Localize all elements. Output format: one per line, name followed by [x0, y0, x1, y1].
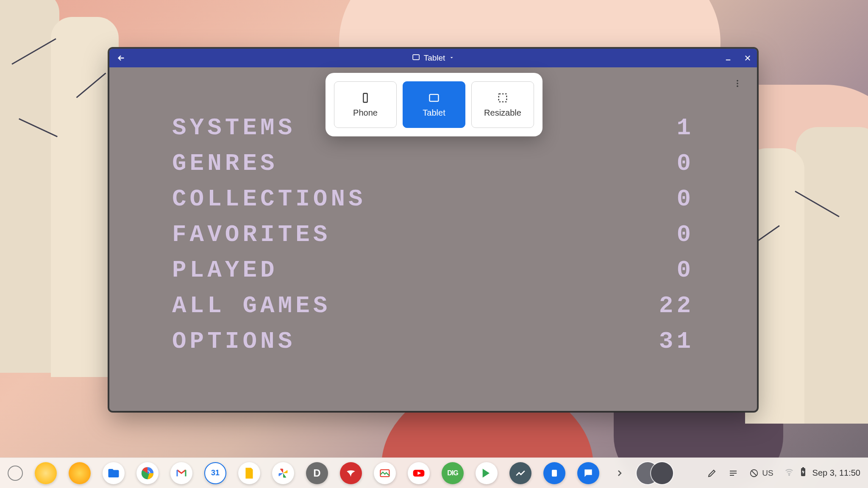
shelf-running-windows	[637, 462, 673, 484]
shelf-app-weather[interactable]	[69, 462, 91, 484]
ime-indicator[interactable]: US	[749, 469, 773, 478]
svg-rect-9	[499, 94, 507, 102]
size-option-label: Resizable	[484, 108, 521, 118]
minimize-button[interactable]	[722, 52, 734, 64]
svg-point-6	[737, 86, 738, 87]
ime-label: US	[762, 469, 773, 478]
svg-rect-8	[430, 94, 439, 101]
svg-rect-23	[802, 467, 804, 469]
menu-item-count: 0	[676, 150, 694, 177]
stylus-tools-icon[interactable]	[707, 468, 717, 478]
menu-item-count: 31	[659, 328, 694, 355]
size-option-label: Phone	[353, 108, 378, 118]
shelf-app-youtube[interactable]	[408, 462, 430, 484]
back-button[interactable]	[114, 51, 128, 65]
svg-line-20	[752, 471, 757, 475]
menu-item-options[interactable]: OPTIONS 31	[172, 328, 694, 355]
svg-rect-0	[413, 55, 419, 60]
menu-item-genres[interactable]: GENRES 0	[172, 150, 694, 177]
system-tray: US Sep 3, 11:50	[707, 467, 860, 479]
overflow-menu-button[interactable]	[729, 75, 746, 92]
dropdown-caret-icon	[448, 53, 454, 63]
tablet-icon	[412, 53, 420, 64]
close-button[interactable]	[742, 52, 754, 64]
shelf-window-thumb[interactable]	[651, 462, 673, 484]
shelf-app-notes[interactable]	[543, 462, 565, 484]
menu-item-label: FAVORITES	[172, 221, 331, 248]
wifi-icon	[785, 467, 794, 479]
menu-item-count: 0	[676, 257, 694, 284]
shelf-app-chrome-canary[interactable]	[35, 462, 57, 484]
window-size-picker: Phone Tablet Resizable	[326, 73, 542, 136]
size-option-label: Tablet	[423, 108, 445, 118]
menu-item-label: PLAYED	[172, 257, 278, 284]
svg-rect-15	[552, 470, 557, 477]
menu-item-count: 0	[676, 186, 694, 213]
window-titlebar: Tablet	[109, 49, 757, 67]
size-option-phone[interactable]: Phone	[334, 81, 397, 128]
shelf-overflow-button[interactable]	[611, 462, 628, 484]
shelf-app-calendar[interactable]: 31	[204, 462, 226, 484]
shelf-app-files[interactable]	[103, 462, 125, 484]
size-option-tablet[interactable]: Tablet	[403, 81, 465, 128]
svg-point-4	[737, 80, 738, 82]
retro-main-menu: SYSTEMS 1 GENRES 0 COLLECTIONS 0 FAVORIT…	[172, 114, 694, 355]
window-size-dropdown[interactable]: Tablet	[412, 53, 455, 64]
menu-item-label: OPTIONS	[172, 328, 295, 355]
menu-item-played[interactable]: PLAYED 0	[172, 257, 694, 284]
menu-item-label: SYSTEMS	[172, 114, 295, 141]
shelf-app-gallery[interactable]	[374, 462, 396, 484]
svg-rect-7	[363, 93, 367, 102]
shelf-app-stocks[interactable]	[509, 462, 531, 484]
shelf-app-photos[interactable]	[272, 462, 294, 484]
menu-item-count: 0	[676, 221, 694, 248]
shelf-app-keep[interactable]	[238, 462, 260, 484]
shelf-app-messages[interactable]	[577, 462, 599, 484]
menu-item-label: GENRES	[172, 150, 278, 177]
shelf-app-d[interactable]: D	[306, 462, 328, 484]
svg-point-21	[788, 474, 789, 475]
shelf-app-chrome[interactable]	[136, 462, 159, 484]
shelf: 31 D DIG	[0, 458, 868, 488]
tote-icon[interactable]	[728, 468, 738, 478]
shelf-app-gmail[interactable]	[170, 462, 192, 484]
shelf-app-stadia[interactable]	[340, 462, 362, 484]
menu-item-count: 1	[676, 114, 694, 141]
battery-icon	[800, 467, 807, 479]
window-title-label: Tablet	[424, 53, 445, 63]
menu-item-label: COLLECTIONS	[172, 186, 366, 213]
shelf-app-dig[interactable]: DIG	[442, 462, 464, 484]
tablet-icon	[428, 92, 440, 104]
svg-point-5	[737, 83, 738, 84]
size-option-resizable[interactable]: Resizable	[471, 81, 534, 128]
menu-item-count: 22	[659, 292, 694, 319]
shelf-app-play[interactable]	[476, 462, 498, 484]
clock-label: Sep 3, 11:50	[812, 468, 860, 478]
shelf-apps: 31 D DIG	[35, 462, 628, 484]
phone-icon	[359, 92, 371, 104]
menu-item-collections[interactable]: COLLECTIONS 0	[172, 186, 694, 213]
menu-item-all-games[interactable]: ALL GAMES 22	[172, 292, 694, 319]
menu-item-favorites[interactable]: FAVORITES 0	[172, 221, 694, 248]
menu-item-label: ALL GAMES	[172, 292, 331, 319]
status-area[interactable]: Sep 3, 11:50	[785, 467, 860, 479]
resizable-icon	[497, 92, 509, 104]
launcher-button[interactable]	[8, 466, 23, 481]
